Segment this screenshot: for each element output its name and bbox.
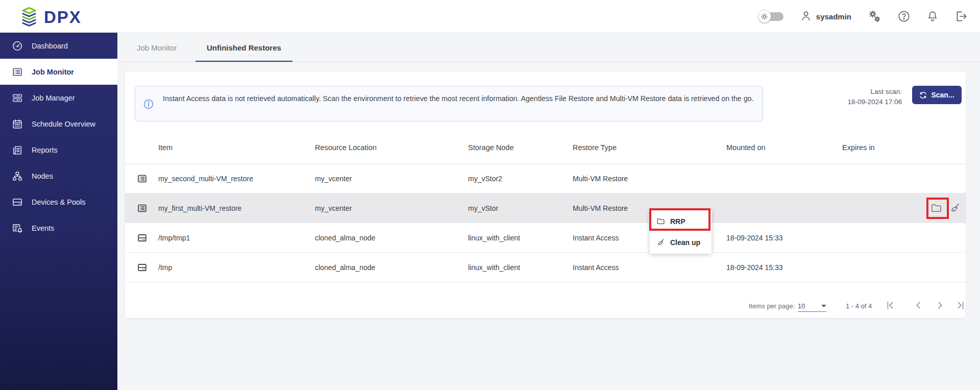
previous-page-icon[interactable] [913,300,924,311]
context-menu-item-clean-up[interactable]: Clean up [650,232,712,253]
cell-restore-type: Instant Access [573,263,619,272]
sidebar-item-label: Reports [32,146,58,154]
table-row[interactable]: my_second_multi-VM_restore my_vcenter my… [125,164,966,193]
cell-restore-type: Instant Access [573,234,619,242]
instant-access-drive-icon [137,232,148,243]
info-banner-text: Instant Access data is not retrieved aut… [163,93,754,104]
column-header-mounted-on: Mounted on [726,143,766,152]
sidebar-item-devices-pools[interactable]: Devices & Pools [0,189,117,215]
cell-item: my_second_multi-VM_restore [158,175,253,183]
header-actions: sysadmin [758,0,968,33]
top-header: DPX sysadmin [0,0,980,33]
schedule-icon [12,118,23,130]
help-icon[interactable] [897,10,911,23]
table-row[interactable]: /tmp cloned_alma_node linux_with_client … [125,253,966,282]
cell-item: my_first_multi-VM_restore [158,204,241,212]
job-manager-icon [12,92,23,104]
column-header-restore-type: Restore Type [573,143,617,152]
dpx-layers-logo-icon [18,6,40,29]
sidebar-item-reports[interactable]: Reports [0,137,117,163]
clean-up-broom-icon[interactable] [948,202,961,214]
settings-gears-icon[interactable] [867,9,882,24]
logout-icon[interactable] [954,10,968,23]
tab-job-monitor[interactable]: Job Monitor [137,33,177,62]
logo-text: DPX [44,8,82,27]
devices-icon [12,197,23,208]
folder-icon [656,217,665,226]
sidebar-item-nodes[interactable]: Nodes [0,163,117,189]
toggle-gear-icon [758,10,771,23]
context-menu-item-rrp[interactable]: RRP [650,211,712,232]
items-per-page-select[interactable]: 10 [798,302,826,312]
next-page-icon[interactable] [935,300,946,311]
cell-item: /tmp/tmp1 [158,234,190,242]
cell-storage-node: linux_with_client [468,234,520,242]
last-scan-info: Last scan: 18-09-2024 17:06 [847,87,902,107]
sidebar-item-schedule-overview[interactable]: Schedule Overview [0,111,117,137]
sidebar-item-label: Job Manager [32,94,75,102]
broom-icon [656,238,665,247]
last-page-icon[interactable] [955,300,966,311]
job-monitor-icon [12,66,23,78]
table-header: Item Resource Location Storage Node Rest… [125,121,966,164]
dpx-app-window: DPX sysadmin [0,0,980,390]
context-menu-label: Clean up [670,238,700,247]
scan-button-label: Scan... [931,91,954,99]
scan-button[interactable]: Scan... [912,86,962,104]
context-menu-label: RRP [670,217,685,226]
sidebar-item-label: Job Monitor [32,68,74,76]
cell-resource-location: my_vcenter [315,175,352,183]
table-row[interactable]: /tmp/tmp1 cloned_alma_node linux_with_cl… [125,223,966,253]
notifications-bell-icon[interactable] [926,10,939,23]
cell-resource-location: cloned_alma_node [315,263,375,272]
dashboard-icon [12,40,23,52]
sidebar-item-label: Dashboard [32,42,68,50]
tab-unfinished-restores[interactable]: Unfinished Restores [207,33,281,62]
column-header-storage-node: Storage Node [468,143,513,152]
sidebar-item-label: Events [32,224,54,232]
cell-resource-location: cloned_alma_node [315,234,375,242]
chevron-down-icon [821,305,826,307]
events-icon [12,223,23,234]
unfinished-restores-card: Instant Access data is not retrieved aut… [125,71,966,318]
first-page-icon[interactable] [885,300,896,311]
tab-bar: Job Monitor Unfinished Restores [117,33,980,62]
table-row-highlighted[interactable]: my_first_multi-VM_restore my_vcenter my_… [125,193,966,223]
column-header-item: Item [158,143,173,152]
pagination-range: 1 - 4 of 4 [846,302,872,310]
cell-restore-type: Multi-VM Restore [573,175,628,183]
sidebar-item-label: Nodes [32,172,53,180]
last-scan-value: 18-09-2024 17:06 [847,97,902,107]
sidebar-item-events[interactable]: Events [0,215,117,241]
pagination-bar [125,282,966,318]
multi-vm-restore-icon [137,203,148,213]
user-name: sysadmin [816,12,851,21]
items-per-page-value: 10 [798,302,805,310]
column-header-resource-location: Resource Location [315,143,377,152]
info-banner: Instant Access data is not retrieved aut… [135,86,763,121]
info-icon [143,99,154,110]
cell-mounted-on: 18-09-2024 15:33 [726,263,783,272]
rrp-folder-icon[interactable] [930,202,942,214]
sidebar-nav: Dashboard Job Monitor Job Manager [0,33,117,390]
sidebar-item-job-manager[interactable]: Job Manager [0,85,117,111]
sidebar-item-dashboard[interactable]: Dashboard [0,33,117,59]
last-scan-label: Last scan: [847,87,902,97]
dpx-logo[interactable]: DPX [18,6,82,29]
instant-access-drive-icon [137,262,148,273]
cell-resource-location: my_vcenter [315,204,352,212]
user-menu[interactable]: sysadmin [800,10,851,23]
sidebar-item-label: Devices & Pools [32,198,86,206]
cell-restore-type: Multi-VM Restore [573,204,628,212]
cell-storage-node: my_vStor2 [468,175,502,183]
row-context-menu: RRP Clean up [650,210,712,254]
items-per-page-label: Items per page: [749,302,795,310]
column-header-expires-in: Expires in [842,143,875,152]
nodes-icon [12,170,23,182]
sidebar-item-job-monitor[interactable]: Job Monitor [0,59,117,85]
sidebar-item-label: Schedule Overview [32,120,95,128]
theme-toggle[interactable] [758,10,785,23]
user-icon [800,10,812,23]
refresh-icon [919,91,927,99]
table-body: my_second_multi-VM_restore my_vcenter my… [125,164,966,282]
